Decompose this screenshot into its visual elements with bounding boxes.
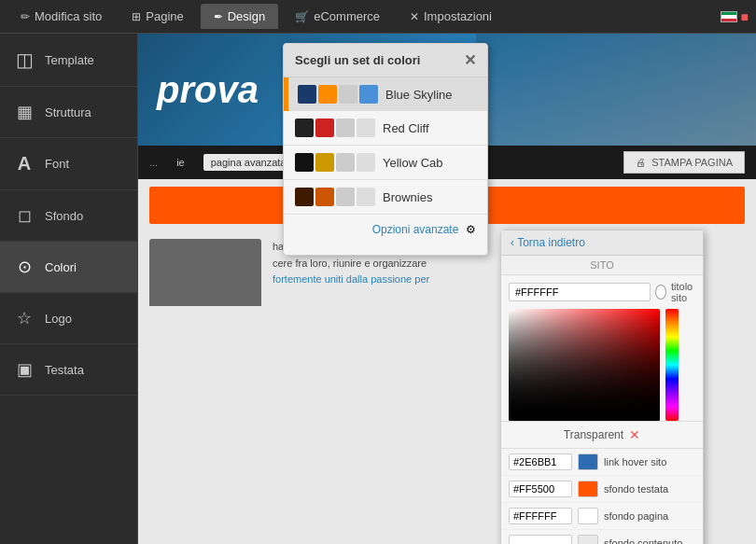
flag-icon [721,11,737,22]
top-nav: ✏ Modifica sito ⊞ Pagine ✒ Design 🛒 eCom… [0,0,756,34]
cart-icon: 🛒 [295,10,309,23]
sidebar-item-logo[interactable]: ☆ Logo [0,293,137,344]
nav-pagine[interactable]: ⊞ Pagine [119,4,196,29]
color-entry-row[interactable]: sfondo contenuto [501,530,703,544]
advanced-options-link[interactable]: Opzioni avanzate [372,223,459,236]
nav-design-label: Design [228,9,265,23]
edit-icon: ✏ [21,10,30,23]
printer-icon: 🖨 [636,157,646,168]
color-picker-popup: ‹ Torna indietro SITO titolo sito [500,230,704,544]
font-icon: A [13,153,35,174]
preview-title: prova [157,69,259,111]
color-entry-row[interactable]: sfondo pagina [501,503,703,530]
design-icon: ✒ [214,10,223,23]
sidebar-label-colori: Colori [45,260,77,274]
sidebar-item-struttura[interactable]: ▦ Struttura [0,87,137,138]
swatch-group-blue [298,85,378,104]
nav-modifica[interactable]: ✏ Modifica sito [7,4,115,29]
gear-icon: ⚙ [466,223,476,236]
swatch-r4 [357,119,375,137]
sidebar-item-template[interactable]: ◫ Template [0,34,137,87]
nav-ecommerce[interactable]: 🛒 eCommerce [282,4,393,29]
entry-swatch-2 [578,508,598,524]
sidebar-item-testata[interactable]: ▣ Testata [0,344,137,396]
entry-label-2: sfondo pagina [604,510,668,522]
sidebar: ◫ Template ▦ Struttura A Font ◻ Sfondo ⊙… [0,34,138,544]
sidebar-item-sfondo[interactable]: ◻ Sfondo [0,190,137,242]
swatch-3 [339,85,357,104]
nav-impostazioni[interactable]: ✕ Impostazioni [397,4,505,29]
nav-impostazioni-label: Impostazioni [424,9,492,23]
swatch-1 [298,85,316,104]
color-set-name-3: Brownies [383,190,432,204]
colori-icon: ⊙ [13,257,35,277]
main-layout: ◫ Template ▦ Struttura A Font ◻ Sfondo ⊙… [0,34,756,544]
preview-nav-item: ... [149,157,158,168]
color-set-name-1: Red Cliff [383,121,429,135]
swatch-y2 [315,153,334,172]
entry-hex-input-1[interactable] [509,481,572,497]
back-label: Torna indietro [517,236,585,249]
sidebar-label-template: Template [45,53,94,67]
testata-icon: ▣ [13,359,35,380]
color-set-row-red-cliff[interactable]: Red Cliff [284,111,487,146]
sidebar-label-struttura: Struttura [45,105,91,119]
sidebar-item-font[interactable]: A Font [0,138,137,190]
hue-slider[interactable] [665,309,679,421]
swatch-r3 [336,119,355,137]
entry-label-0: link hover sito [604,456,666,467]
nav-pagine-label: Pagine [146,9,183,23]
color-entry-row[interactable]: sfondo testata [501,476,703,503]
color-entry-row[interactable]: link hover sito [501,449,703,476]
nav-modifica-label: Modifica sito [35,9,102,23]
sidebar-item-colori[interactable]: ⊙ Colori [0,242,137,293]
close-popup-button[interactable]: ✕ [464,51,476,69]
stamp-label: STAMPA PAGINA [651,157,733,168]
popup-footer: Opzioni avanzate ⚙ [284,215,487,244]
entry-label-1: sfondo testata [604,483,668,495]
hex-input[interactable] [509,283,651,301]
transparent-row: Transparent ✕ [501,421,703,448]
swatch-group-brown [295,188,375,206]
entry-swatch-1 [578,481,598,497]
entry-hex-input-2[interactable] [509,508,572,524]
preview-nav-avanzata: pagina avanzata [203,154,294,171]
language-indicator: ■ [741,9,749,24]
color-set-name-2: Yellow Cab [383,156,443,170]
sidebar-label-testata: Testata [45,363,84,377]
color-set-row-brownies[interactable]: Brownies [284,180,487,215]
content-area: prova ... ie pagina avanzata 🖨 STAMPA PA… [138,34,756,544]
swatch-y1 [295,153,314,172]
swatch-y4 [357,153,375,172]
swatch-b3 [336,188,355,206]
sidebar-label-logo: Logo [45,312,72,326]
entry-swatch-0 [578,453,598,470]
field-label: titolo sito [671,281,695,303]
nav-design[interactable]: ✒ Design [201,4,278,29]
site-label-text: SITO [590,259,613,271]
swatch-b1 [295,188,314,206]
color-gradient[interactable] [509,309,660,421]
canvas-row [509,309,695,421]
transparent-label: Transparent [564,428,623,441]
color-circle [656,286,665,299]
template-icon: ◫ [13,49,35,71]
swatch-2 [318,85,337,104]
transparent-icon: ✕ [629,427,640,442]
entry-hex-input-3[interactable] [509,535,572,544]
color-set-row-yellow-cab[interactable]: Yellow Cab [284,146,487,180]
preview-nav-ie: ie [176,157,185,168]
struttura-icon: ▦ [13,102,35,122]
swatch-b4 [357,188,375,206]
swatch-r1 [295,119,314,137]
color-set-row-blue-skyline[interactable]: Blue Skyline [284,77,487,111]
nav-ecommerce-label: eCommerce [314,9,380,23]
stamp-button[interactable]: 🖨 STAMPA PAGINA [623,151,745,174]
color-set-name-0: Blue Skyline [385,88,453,102]
swatch-y3 [336,153,355,172]
sidebar-label-sfondo: Sfondo [45,209,83,223]
color-set-popup: Scegli un set di colori ✕ Blue Skyline [283,43,488,256]
entry-label-3: sfondo contenuto [604,537,682,544]
back-button[interactable]: ‹ Torna indietro [501,230,703,256]
entry-hex-input-0[interactable] [509,453,572,470]
